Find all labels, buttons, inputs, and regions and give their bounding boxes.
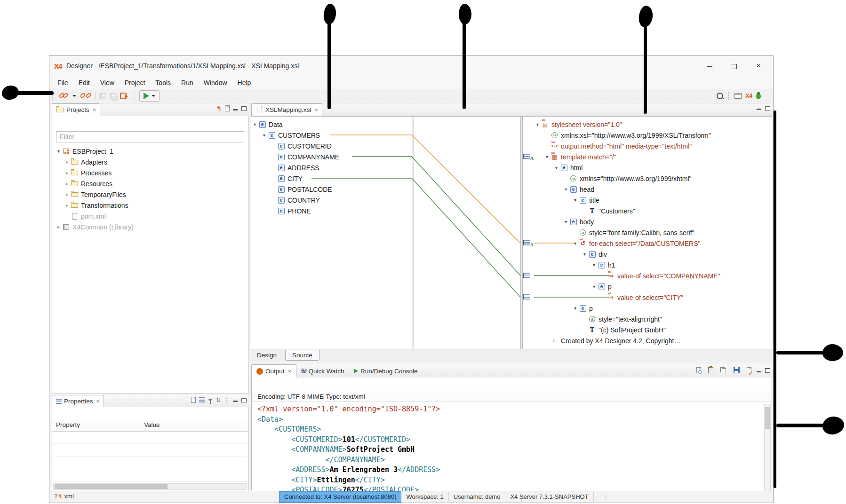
toolbar-grip[interactable]	[728, 92, 730, 100]
chevron-expanded-icon[interactable]: ▾	[591, 284, 598, 289]
project-tree-item[interactable]: ▸Resources	[54, 178, 246, 189]
xslt-node-item[interactable]: style="text-align:right"	[522, 314, 772, 324]
chevron-collapsed-icon[interactable]: ▸	[64, 192, 71, 197]
minimize-panel-icon[interactable]	[233, 397, 238, 402]
minimize-button[interactable]	[699, 59, 720, 73]
chevron-expanded-icon[interactable]: ▾	[591, 262, 598, 268]
source-node-item[interactable]: POSTALCODE	[251, 184, 412, 195]
table-row[interactable]	[52, 444, 248, 457]
chevron-expanded-icon[interactable]: ▾	[261, 133, 268, 138]
xslt-node-item[interactable]: ▾p	[522, 281, 772, 292]
save-all-button[interactable]	[110, 93, 116, 99]
source-node-item[interactable]: ▾Data	[251, 119, 412, 130]
chevron-expanded-icon[interactable]: ▾	[562, 187, 569, 192]
xslt-node-item[interactable]: ▾template match="/"	[522, 151, 772, 162]
filter-input[interactable]	[56, 131, 244, 142]
column-divider[interactable]	[141, 420, 141, 431]
minimize-panel-icon[interactable]	[757, 368, 762, 373]
xslt-node-item[interactable]: ▾html	[522, 162, 772, 173]
source-node-item[interactable]: COMPANYNAME	[251, 151, 412, 162]
run-button[interactable]	[139, 90, 160, 102]
close-icon[interactable]: ×	[315, 106, 319, 113]
save-as-icon[interactable]	[747, 367, 751, 373]
tree-mode-icon[interactable]	[199, 397, 205, 402]
source-node-item[interactable]: PHONE	[251, 205, 412, 216]
copy-icon[interactable]	[720, 367, 726, 373]
menu-tools[interactable]: Tools	[150, 79, 176, 87]
xslt-node-item[interactable]: ▾p	[522, 303, 772, 314]
xslt-node-item[interactable]: Created by X4 Designer 4.2, Copyright…	[522, 335, 772, 346]
xslt-node-item[interactable]: ▾stylesheet version="1.0"	[522, 119, 772, 130]
source-node-item[interactable]: COUNTRY	[251, 195, 412, 205]
project-tree-item[interactable]: pom.xml	[54, 211, 246, 221]
xslt-node-item[interactable]: "Customers"	[522, 205, 772, 216]
project-tree-item[interactable]: ▸Transformations	[54, 200, 246, 211]
chevron-expanded-icon[interactable]: ▾	[581, 252, 588, 257]
scrollbar-thumb[interactable]	[765, 407, 770, 429]
project-tree-item[interactable]: ▸X4Common (Library)	[54, 221, 246, 232]
maximize-panel-icon[interactable]	[765, 368, 770, 373]
save-output-icon[interactable]	[734, 367, 740, 373]
chevron-expanded-icon[interactable]: ▾	[572, 241, 579, 246]
value-column-header[interactable]: Value	[144, 421, 160, 428]
chevron-expanded-icon[interactable]: ▾	[534, 122, 541, 127]
table-row[interactable]	[52, 457, 248, 469]
mapping-canvas[interactable]	[413, 117, 520, 349]
save-button[interactable]	[100, 93, 106, 99]
xml-output[interactable]: <?xml version="1.0" encoding="ISO-8859-1…	[252, 402, 772, 494]
close-icon[interactable]: ×	[93, 106, 96, 113]
server-connection-status[interactable]: Connected to: X4 Server (localhost:8080)	[279, 491, 401, 503]
chevron-expanded-icon[interactable]: ▾	[251, 122, 258, 127]
close-icon[interactable]: ×	[288, 368, 292, 375]
close-button[interactable]: ×	[748, 59, 769, 73]
tab-design[interactable]: Design	[251, 352, 282, 359]
tab-projects[interactable]: Projects ×	[52, 103, 100, 116]
project-tree-item[interactable]: ▾ESBProject_1	[54, 146, 246, 157]
perspective-button[interactable]	[734, 93, 742, 99]
maximize-panel-icon[interactable]	[765, 106, 770, 110]
menu-project[interactable]: Project	[120, 79, 151, 87]
clipboard-icon[interactable]	[708, 367, 713, 373]
chevron-expanded-icon[interactable]: ▾	[562, 219, 569, 224]
tab-run-debug-console[interactable]: Run/Debug Console	[349, 364, 423, 378]
map-unlink-button[interactable]	[80, 93, 91, 99]
focus-active-file-icon[interactable]	[225, 105, 230, 111]
tab-source[interactable]: Source	[285, 350, 319, 361]
xslt-node-item[interactable]: style="font-family:Calibri, sans-serif"	[522, 227, 772, 238]
chevron-expanded-icon[interactable]: ▾	[572, 306, 579, 311]
tab-quick-watch[interactable]: 6∂Quick Watch	[296, 364, 349, 378]
xslt-node-item[interactable]: ▾title	[522, 195, 772, 205]
xslt-node-item[interactable]: xmlns:xsl="http://www.w3.org/1999/XSL/Tr…	[522, 130, 772, 141]
sort-icon[interactable]: ⇅	[216, 397, 221, 403]
table-row[interactable]	[52, 469, 248, 482]
map-link-button[interactable]	[59, 93, 76, 99]
new-property-icon[interactable]	[191, 397, 196, 403]
link-with-editor-icon[interactable]: ↰	[216, 106, 222, 111]
view-menu-icon[interactable]: ⋮	[224, 397, 230, 403]
xslt-node-item[interactable]: xmlns="http://www.w3.org/1999/xhtml"	[522, 173, 772, 184]
xslt-node-item[interactable]: value-of select="CITY"	[522, 292, 772, 303]
maximize-panel-icon[interactable]	[241, 398, 247, 402]
x4-logo-button[interactable]: X4	[745, 93, 752, 99]
scrollbar-thumb[interactable]	[55, 484, 168, 489]
menu-view[interactable]: View	[95, 79, 120, 87]
menu-help[interactable]: Help	[232, 79, 256, 87]
menu-window[interactable]: Window	[199, 79, 232, 87]
source-node-item[interactable]: CUSTOMERID	[251, 141, 412, 151]
source-node-item[interactable]: CITY	[251, 173, 412, 184]
search-button[interactable]	[717, 93, 723, 99]
chevron-collapsed-icon[interactable]: ▸	[64, 181, 71, 186]
xslt-node-item[interactable]: ▾for-each select="/Data/CUSTOMERS"	[522, 238, 772, 249]
xslt-node-item[interactable]: ▾div	[522, 249, 772, 260]
xslt-node-item[interactable]: "(c) SoftProject GmbH"	[522, 324, 772, 335]
mapping-anchor-icon[interactable]	[522, 239, 535, 247]
debug-button[interactable]	[756, 93, 761, 99]
minimize-panel-icon[interactable]	[233, 106, 238, 111]
menu-edit[interactable]: Edit	[73, 79, 95, 87]
chevron-collapsed-icon[interactable]: ▸	[64, 203, 71, 208]
tab-output[interactable]: →Output×	[251, 364, 296, 378]
mapping-anchor-icon[interactable]	[522, 293, 535, 301]
chevron-collapsed-icon[interactable]: ▸	[64, 170, 71, 175]
maximize-button[interactable]	[723, 59, 745, 73]
chevron-expanded-icon[interactable]: ▾	[553, 165, 560, 170]
